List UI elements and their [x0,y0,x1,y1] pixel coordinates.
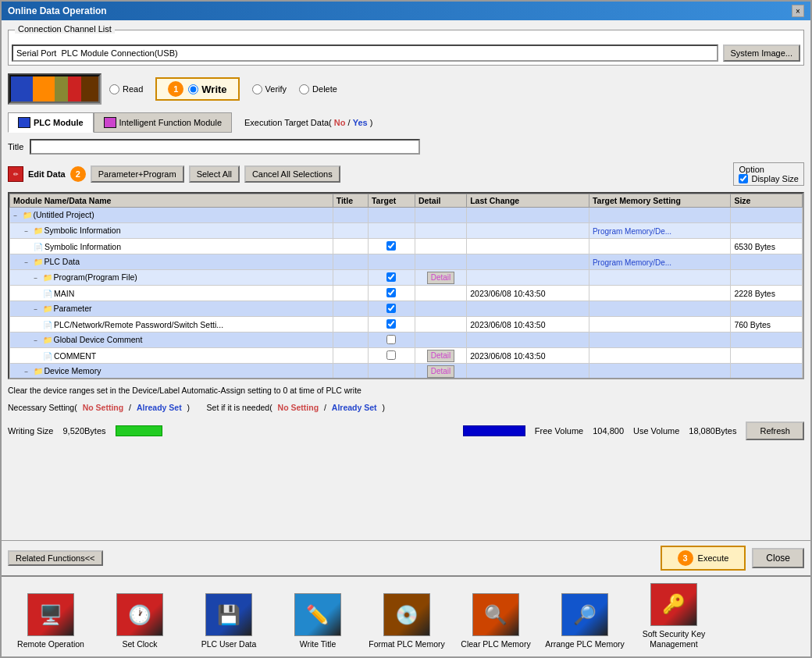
table-row[interactable]: 📄PLC/Network/Remote Password/Switch Sett… [10,317,803,333]
soft-security-key-icon: 🔑 [650,583,697,626]
table-row[interactable]: － 📁Global Device Comment [10,333,803,348]
read-radio-item[interactable]: Read [109,84,143,94]
soft-security-key-label: Soft Security Key Management [631,629,717,650]
shortcut-soft-security-key[interactable]: 🔑Soft Security Key Management [631,583,717,650]
detail-button[interactable]: Detail [427,350,455,362]
shortcut-clear-plc-memory[interactable]: 🔍Clear PLC Memory [453,593,539,650]
related-functions-button[interactable]: Related Functions<< [8,550,103,566]
data-table-container: Module Name/Data Name Title Target Detai… [8,192,804,379]
connection-field[interactable] [12,44,718,62]
detail-button[interactable]: Detail [427,272,455,284]
execution-target: Execution Target Data( No / Yes ) [244,118,372,127]
row-detail-cell [415,254,466,270]
table-row[interactable]: 📄COMMENTDetail2023/06/08 10:43:50 [10,348,803,364]
write-radio[interactable] [188,84,198,94]
row-memory-setting [589,317,730,333]
row-last-change [467,208,589,223]
row-target-checkbox[interactable] [386,288,396,297]
col-header-title: Title [333,194,368,208]
table-row[interactable]: － 📁Parameter [10,301,803,317]
shortcut-remote-operation[interactable]: 🖥️Remote Operation [8,593,94,650]
table-row[interactable]: － 📁Program(Program File)Detail [10,270,803,286]
row-target-checkbox[interactable] [386,335,396,344]
tab-plc-module[interactable]: PLC Module [8,112,94,133]
memory-setting-link[interactable]: Program Memory/De... [593,258,671,267]
display-size-checkbox[interactable] [739,174,748,183]
row-target-cell [368,317,415,333]
row-title [333,364,368,379]
row-last-change [467,270,589,286]
delete-radio-item[interactable]: Delete [299,84,337,94]
select-all-button[interactable]: Select All [189,165,240,183]
row-target-cell [368,223,415,239]
row-last-change: 2023/06/08 10:43:50 [467,317,589,333]
cancel-all-button[interactable]: Cancel All Selections [244,165,340,183]
row-detail-cell [415,286,466,301]
verify-label: Verify [265,84,287,94]
edit-row: ✏ Edit Data 2 Parameter+Program Select A… [8,161,804,187]
tab-intelligent[interactable]: Intelligent Function Module [94,112,232,133]
expand-icon[interactable]: － [32,274,41,282]
table-row[interactable]: － 📁(Untitled Project) [10,208,803,223]
row-last-change [467,254,589,270]
row-target-cell [368,208,415,223]
writing-size-label: Writing Size [8,426,53,436]
bottom-bar: Related Functions<< 3 Execute Close [2,540,810,575]
title-input[interactable] [30,139,420,155]
shortcuts-bar: 🖥️Remote Operation🕐Set Clock💾PLC User Da… [2,575,810,656]
write-radio-item[interactable]: Write [188,84,226,95]
verify-radio[interactable] [252,84,262,94]
memory-setting-link[interactable]: Program Memory/De... [593,227,671,236]
window-close-button[interactable]: × [792,5,804,17]
table-row[interactable]: － 📁Symbolic InformationProgram Memory/De… [10,223,803,239]
row-last-change [467,301,589,317]
row-target-checkbox[interactable] [386,272,396,282]
row-size [731,348,803,364]
verify-radio-item[interactable]: Verify [252,84,287,94]
read-radio[interactable] [109,84,119,94]
shortcut-set-clock[interactable]: 🕐Set Clock [97,593,183,650]
arrange-plc-memory-label: Arrange PLC Memory [545,639,625,650]
yes-text: Yes [353,118,368,127]
col-header-target: Target [368,194,415,208]
row-last-change [467,364,589,379]
display-size-checkbox-label[interactable]: Display Size [739,174,799,183]
row-name: PLC/Network/Remote Password/Switch Setti… [54,320,223,329]
title-bar: Online Data Operation × [2,2,810,20]
row-memory-setting: Program Memory/De... [589,223,730,239]
row-target-checkbox[interactable] [386,350,396,360]
delete-radio[interactable] [299,84,309,94]
write-button-highlighted[interactable]: 1 Write [155,77,239,101]
refresh-button[interactable]: Refresh [746,421,804,440]
expand-icon[interactable]: － [32,336,41,344]
execute-button[interactable]: 3 Execute [661,546,746,571]
main-window: Online Data Operation × Connection Chann… [0,0,812,658]
detail-button[interactable]: Detail [427,365,455,378]
row-last-change: 2023/06/08 10:43:51 [467,379,589,380]
expand-icon[interactable]: － [32,305,41,313]
shortcut-arrange-plc-memory[interactable]: 🔎Arrange PLC Memory [542,593,628,650]
expand-icon[interactable]: － [23,258,32,266]
shortcut-write-title[interactable]: ✏️Write Title [275,593,361,650]
table-row[interactable]: － 📁Device MemoryDetail [10,364,803,379]
system-image-button[interactable]: System Image... [723,44,800,62]
expand-icon[interactable]: － [23,227,32,235]
table-row[interactable]: － 📁PLC DataProgram Memory/De... [10,254,803,270]
table-row[interactable]: 📄MAIN2023/06/08 10:43:51 [10,379,803,380]
row-target-checkbox[interactable] [386,241,396,251]
close-button[interactable]: Close [752,548,804,568]
expand-icon[interactable]: － [23,368,32,375]
shortcut-format-plc-memory[interactable]: 💿Format PLC Memory [364,593,450,650]
expand-icon[interactable]: － [12,212,21,219]
table-row[interactable]: 📄MAIN2023/06/08 10:43:502228 Bytes [10,286,803,301]
row-target-checkbox[interactable] [386,319,396,329]
table-row[interactable]: 📄Symbolic Information6530 Bytes [10,239,803,254]
row-target-checkbox[interactable] [386,304,396,313]
param-program-button[interactable]: Parameter+Program [91,165,184,183]
row-target-cell [368,286,415,301]
intelligent-icon [104,117,116,128]
delete-label: Delete [312,84,337,94]
free-volume-value: 104,800 [593,426,624,436]
shortcut-plc-user-data[interactable]: 💾PLC User Data [186,593,272,650]
row-detail-cell: Detail [415,348,466,364]
